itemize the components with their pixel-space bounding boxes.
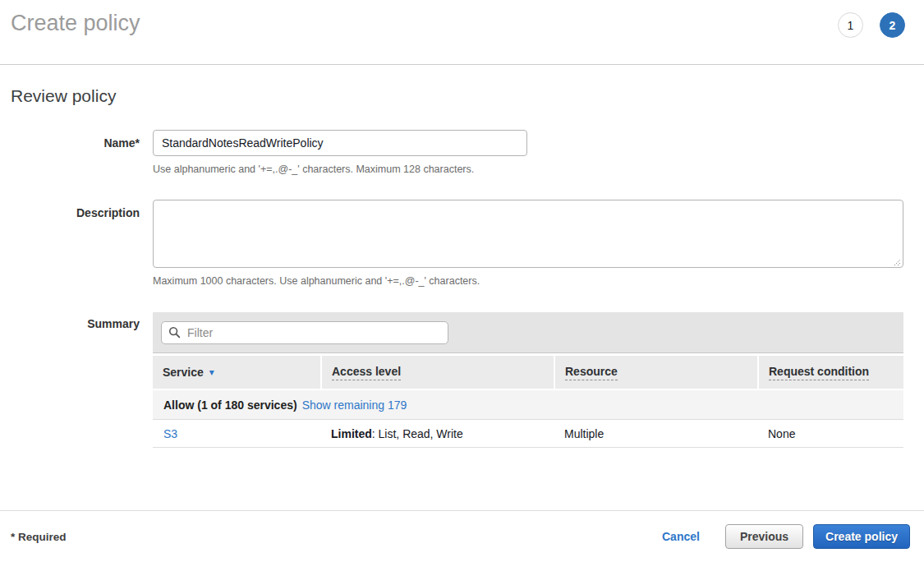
description-row: Description Maximum 1000 characters. Use…	[11, 200, 903, 287]
allow-group-row: Allow (1 of 180 services) Show remaining…	[153, 390, 903, 420]
page-header: Create policy 1 2	[0, 0, 924, 65]
name-help-text: Use alphanumeric and '+=,.@-_' character…	[153, 164, 903, 175]
column-header-resource-label: Resource	[565, 365, 618, 380]
name-row: Name* Use alphanumeric and '+=,.@-_' cha…	[11, 130, 903, 175]
search-icon	[168, 326, 181, 339]
page-title: Create policy	[11, 11, 140, 36]
create-policy-button[interactable]: Create policy	[813, 524, 910, 549]
column-header-request-condition[interactable]: Request condition	[759, 356, 903, 389]
required-note: * Required	[11, 531, 67, 543]
description-label: Description	[11, 200, 140, 287]
access-level-detail: : List, Read, Write	[372, 427, 463, 440]
column-header-service[interactable]: Service ▾	[153, 356, 320, 389]
request-condition-cell: None	[757, 427, 903, 440]
description-help-text: Maximum 1000 characters. Use alphanumeri…	[153, 275, 903, 287]
footer-actions: Cancel Previous Create policy	[662, 524, 910, 549]
filter-box	[161, 321, 448, 344]
column-header-access-level-label: Access level	[332, 365, 401, 380]
cancel-link[interactable]: Cancel	[662, 530, 700, 543]
show-remaining-link[interactable]: Show remaining 179	[302, 398, 407, 412]
summary-filter-strip	[153, 312, 903, 353]
summary-row: Summary Service ▾	[11, 312, 903, 448]
table-row: S3 Limited: List, Read, Write Multiple N…	[153, 420, 903, 448]
column-header-resource[interactable]: Resource	[555, 356, 757, 389]
step-1-circle[interactable]: 1	[838, 12, 863, 38]
main-content: Review policy Name* Use alphanumeric and…	[0, 86, 924, 448]
step-2-circle[interactable]: 2	[880, 12, 905, 38]
resize-handle-icon[interactable]	[893, 256, 901, 264]
allow-group-title: Allow (1 of 180 services)	[163, 398, 297, 412]
policy-description-textarea[interactable]	[153, 200, 903, 268]
step-1-label: 1	[848, 19, 854, 32]
summary-filter-input[interactable]	[186, 325, 441, 340]
create-policy-page: Create policy 1 2 Review policy Name* Us…	[0, 0, 924, 562]
column-header-access-level[interactable]: Access level	[322, 356, 554, 389]
summary-table-header: Service ▾ Access level Resource Request …	[153, 356, 903, 389]
summary-panel: Service ▾ Access level Resource Request …	[153, 312, 903, 448]
step-indicator: 1 2	[838, 12, 905, 38]
service-s3-link[interactable]: S3	[163, 427, 177, 440]
access-level-prefix: Limited	[331, 427, 372, 440]
policy-name-input[interactable]	[153, 130, 527, 156]
footer-bar: * Required Cancel Previous Create policy	[0, 510, 924, 562]
sort-desc-icon: ▾	[209, 367, 214, 377]
column-header-service-label: Service	[163, 366, 204, 379]
summary-label: Summary	[11, 312, 140, 448]
previous-button[interactable]: Previous	[725, 524, 803, 549]
section-title: Review policy	[11, 86, 903, 106]
name-label: Name*	[11, 130, 140, 175]
column-header-request-condition-label: Request condition	[769, 365, 869, 380]
resource-cell: Multiple	[554, 427, 757, 440]
step-2-label: 2	[890, 19, 896, 32]
